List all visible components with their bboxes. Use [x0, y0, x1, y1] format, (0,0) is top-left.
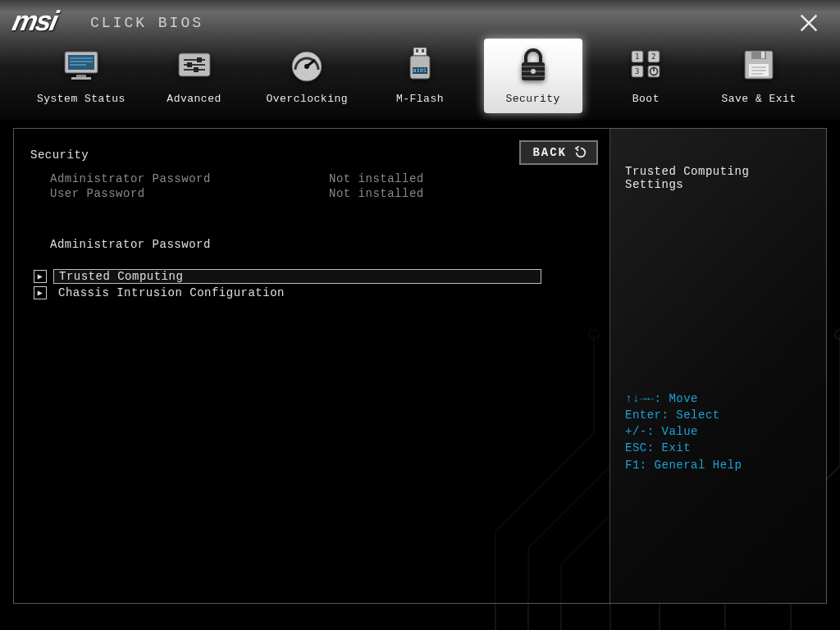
help-title: Trusted Computing Settings [625, 165, 811, 191]
tab-label: Advanced [145, 88, 244, 113]
help-key-line: F1: General Help [625, 457, 811, 473]
svg-rect-11 [76, 75, 86, 77]
svg-rect-27 [416, 49, 418, 52]
tab-label: M-Flash [371, 88, 469, 113]
help-key-line: ESC: Exit [625, 440, 811, 456]
svg-rect-35 [522, 75, 545, 77]
work-area: BACK Security Administrator Password Not… [13, 128, 827, 604]
boot-order-icon: 1 2 3 [596, 42, 695, 88]
svg-text:3: 3 [635, 67, 640, 75]
help-key-line: +/-: Value [625, 423, 811, 440]
submenu-arrow-icon: ▶ [34, 286, 47, 299]
status-value: Not installed [329, 172, 424, 185]
status-row: Administrator Password Not installed [30, 171, 593, 186]
gauge-icon [258, 42, 356, 88]
top-bar: msi CLICK BIOS System Status [0, 0, 840, 120]
help-panel: Trusted Computing Settings ↑↓→←: Move En… [609, 129, 826, 603]
help-key-line: Enter: Select [625, 407, 811, 423]
svg-rect-21 [187, 62, 192, 67]
svg-rect-48 [761, 52, 765, 58]
svg-rect-22 [194, 67, 199, 72]
floppy-icon [710, 42, 808, 88]
usb-icon: BIOS [371, 42, 469, 88]
main-panel: BACK Security Administrator Password Not… [14, 129, 609, 603]
svg-point-25 [304, 64, 309, 69]
tab-advanced[interactable]: Advanced [145, 39, 244, 113]
back-label: BACK [532, 146, 567, 159]
tab-label: Overclocking [258, 88, 356, 113]
menu-item-trusted-computing[interactable]: ▶ Trusted Computing [30, 268, 593, 285]
tab-system-status[interactable]: System Status [32, 39, 130, 113]
back-button[interactable]: BACK [519, 140, 598, 165]
tab-label: System Status [32, 88, 130, 113]
brand-logo: msi [13, 5, 57, 37]
submenu-arrow-icon: ▶ [34, 270, 47, 283]
sliders-icon [145, 42, 244, 88]
tab-boot[interactable]: 1 2 3 Boot [596, 39, 695, 113]
app-title: CLICK BIOS [90, 15, 203, 31]
monitor-icon [32, 42, 130, 88]
tab-security[interactable]: Security [484, 39, 582, 113]
help-keys: ↑↓→←: Move Enter: Select +/-: Value ESC:… [625, 390, 811, 588]
status-row: User Password Not installed [30, 186, 593, 201]
status-value: Not installed [329, 187, 424, 200]
svg-text:1: 1 [635, 52, 640, 61]
svg-text:BIOS: BIOS [413, 67, 427, 73]
page-title: Security [30, 148, 593, 162]
menu-item-chassis-intrusion[interactable]: ▶ Chassis Intrusion Configuration [30, 285, 593, 301]
svg-rect-10 [68, 55, 94, 70]
svg-point-3 [835, 330, 840, 340]
close-button[interactable] [797, 11, 820, 34]
undo-icon [573, 145, 588, 160]
svg-rect-28 [422, 49, 424, 52]
status-label: User Password [50, 187, 329, 200]
svg-rect-33 [522, 66, 545, 67]
svg-point-36 [531, 69, 536, 74]
svg-rect-12 [71, 77, 91, 80]
svg-rect-26 [413, 48, 427, 56]
svg-text:2: 2 [651, 52, 656, 61]
tab-overclocking[interactable]: Overclocking [258, 39, 356, 113]
lock-icon [484, 42, 582, 88]
status-label: Administrator Password [50, 172, 329, 185]
tab-mflash[interactable]: BIOS M-Flash [371, 39, 469, 113]
tab-label: Security [484, 88, 582, 113]
tab-label: Save & Exit [710, 88, 808, 113]
tab-label: Boot [596, 88, 695, 113]
menu-item-label: Trusted Computing [53, 269, 541, 284]
help-key-line: ↑↓→←: Move [625, 390, 811, 407]
svg-rect-20 [197, 57, 202, 62]
nav-tabs: System Status Advanced [0, 39, 840, 113]
tab-save-exit[interactable]: Save & Exit [710, 39, 808, 113]
menu-item-label: Chassis Intrusion Configuration [53, 286, 290, 299]
menu-item-admin-password[interactable]: Administrator Password [30, 237, 593, 252]
